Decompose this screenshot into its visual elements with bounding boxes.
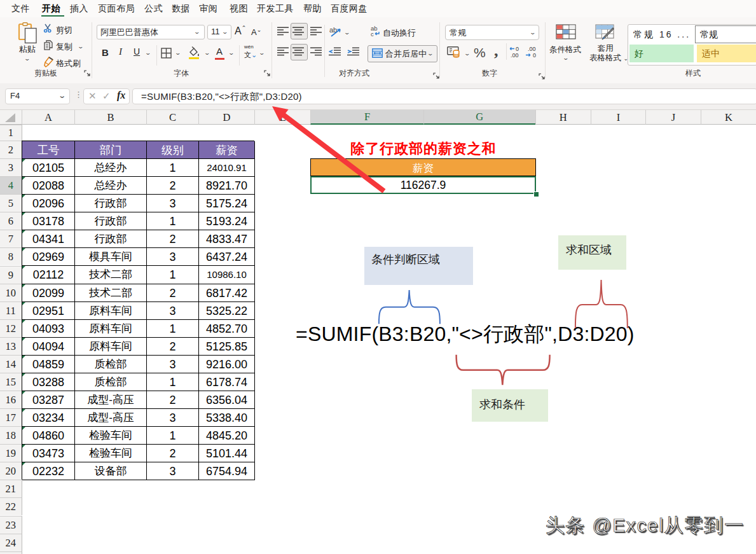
svg-text:.00: .00: [511, 52, 519, 58]
svg-text:0: 0: [533, 52, 536, 58]
svg-text:0: 0: [516, 46, 519, 52]
svg-text:c: c: [371, 31, 374, 37]
svg-text:.00: .00: [528, 46, 536, 52]
